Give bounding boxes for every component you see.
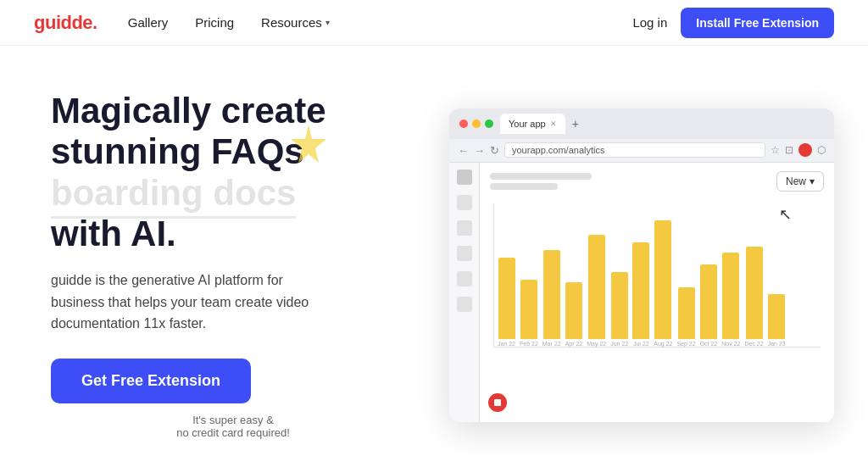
browser-nav: ← → ↻ yourapp.com/analytics ☆ ⊡ ⬡: [449, 139, 834, 163]
cta-section: Get Free Extension It's super easy & no …: [51, 359, 415, 439]
chart-bar-column: Nov 22: [721, 253, 740, 347]
record-stop-icon: [494, 399, 501, 406]
app-content: New ▾ ↖ Jan 22Feb 22Mar 22Apr 22May 22Ju…: [449, 163, 834, 422]
chart-bar: [520, 280, 537, 339]
highlight-wrapper: stunning FAQs: [51, 131, 304, 172]
maximize-button-icon[interactable]: [485, 120, 493, 128]
browser-tab[interactable]: Your app ✕: [500, 114, 565, 134]
chart-bar-column: Oct 22: [700, 264, 718, 347]
chart-bar-column: Jan 22: [498, 258, 515, 347]
minimize-button-icon[interactable]: [472, 120, 481, 128]
chart-bar: [700, 264, 717, 339]
refresh-icon[interactable]: ↻: [490, 144, 499, 157]
sidebar-settings-icon[interactable]: [457, 297, 472, 312]
get-free-extension-button[interactable]: Get Free Extension: [51, 359, 251, 403]
chart-bar-column: Sep 22: [676, 287, 695, 347]
chart-bar: [588, 235, 605, 339]
logo-text: guidde.: [34, 12, 97, 34]
sidebar-folder-icon[interactable]: [457, 220, 472, 236]
chart-bar-column: Dec 22: [744, 247, 763, 347]
nav-pricing[interactable]: Pricing: [195, 15, 234, 30]
chart-bar: [611, 272, 628, 339]
chart-bar-label: May 22: [587, 341, 606, 347]
address-bar[interactable]: yourapp.com/analytics: [504, 142, 765, 158]
install-extension-button[interactable]: Install Free Extension: [681, 8, 834, 38]
chart-bar: [543, 250, 560, 339]
content-area: New ▾ ↖ Jan 22Feb 22Mar 22Apr 22May 22Ju…: [480, 163, 834, 422]
main-content: Magically create stunning FAQs boarding …: [0, 46, 868, 467]
traffic-lights: [459, 120, 493, 128]
chart-bar-column: Aug 22: [654, 220, 672, 347]
close-button-icon[interactable]: [459, 120, 468, 128]
tab-bar: Your app ✕ +: [500, 114, 824, 134]
main-nav: Gallery Pricing Resources ▾: [128, 15, 330, 30]
placeholder-line-1: [490, 173, 592, 180]
bookmark-icon: ☆: [771, 144, 780, 156]
chart-bar: [678, 287, 695, 339]
chart-bar-label: Feb 22: [520, 341, 538, 347]
chart-bar-column: Jan 23: [768, 294, 786, 347]
user-avatar: [798, 143, 812, 157]
browser-mockup: Your app ✕ + ← → ↻ yourapp.com/analytics…: [449, 108, 834, 422]
chart-bar-label: Jan 22: [498, 341, 515, 347]
header: guidde. Gallery Pricing Resources ▾ Log …: [0, 0, 868, 46]
nav-gallery[interactable]: Gallery: [128, 15, 169, 30]
chart-bar-label: Jun 22: [610, 341, 628, 347]
chart-bars: Jan 22Feb 22Mar 22Apr 22May 22Jun 22Jul …: [493, 203, 821, 347]
chart-bar-column: Apr 22: [565, 282, 583, 347]
content-placeholder-lines: [490, 173, 592, 190]
chart-bar: [565, 282, 582, 339]
sidebar-list-icon[interactable]: [457, 246, 472, 261]
chevron-down-icon: ▾: [326, 18, 330, 27]
chevron-down-icon: ▾: [810, 175, 815, 187]
chart-bar-label: Jan 23: [768, 341, 786, 347]
chart-bar: [632, 242, 649, 339]
chart-bar-column: Feb 22: [520, 280, 538, 347]
extensions-icon: ⬡: [817, 144, 826, 156]
sidebar-cloud-icon[interactable]: [457, 271, 472, 286]
chart-bar-label: Apr 22: [565, 341, 583, 347]
chart-bar: [498, 258, 515, 339]
chart-bar-label: Dec 22: [744, 341, 763, 347]
sidebar-menu-icon[interactable]: [457, 195, 472, 210]
new-button[interactable]: New ▾: [776, 171, 824, 192]
tab-close-icon[interactable]: ✕: [550, 120, 557, 128]
chart-bar-column: Mar 22: [542, 250, 561, 347]
chart-bar-label: Nov 22: [721, 341, 740, 347]
chart-bar-label: Mar 22: [542, 341, 561, 347]
forward-arrow-icon[interactable]: →: [474, 144, 485, 157]
tab-label: Your app: [509, 119, 546, 129]
nav-resources[interactable]: Resources ▾: [261, 15, 330, 30]
browser-nav-icons: ☆ ⊡ ⬡: [771, 143, 826, 157]
login-button[interactable]: Log in: [632, 15, 667, 30]
chart-bar: [746, 247, 763, 339]
app-sidebar: [449, 163, 480, 422]
hero-title: Magically create stunning FAQs boarding …: [51, 91, 415, 254]
chart-bar-label: Aug 22: [654, 341, 672, 347]
header-left: guidde. Gallery Pricing Resources ▾: [34, 12, 330, 34]
chart-bar-label: Sep 22: [676, 341, 695, 347]
chart-bar-column: May 22: [587, 235, 606, 347]
new-tab-icon[interactable]: +: [569, 117, 582, 131]
chart-bar-label: Oct 22: [700, 341, 718, 347]
underline-decoration: [51, 216, 296, 219]
logo: guidde.: [34, 12, 97, 34]
chart-bar: [768, 294, 785, 339]
sidebar-home-icon[interactable]: [457, 170, 472, 185]
chart-bar-column: Jul 22: [632, 242, 649, 347]
chart-bar-label: Jul 22: [633, 341, 649, 347]
animated-text-wrapper: boarding docs: [51, 173, 296, 214]
back-arrow-icon[interactable]: ←: [458, 144, 469, 157]
chart-area: Jan 22Feb 22Mar 22Apr 22May 22Jun 22Jul …: [490, 198, 824, 368]
chart-bar: [654, 220, 671, 339]
hero-description: guidde is the generative AI platform for…: [51, 270, 322, 335]
record-button[interactable]: [488, 393, 507, 412]
browser-bar: Your app ✕ +: [449, 108, 834, 139]
cta-note: It's super easy & no credit card require…: [51, 414, 415, 439]
share-icon: ⊡: [785, 144, 793, 156]
chart-bar: [722, 253, 739, 339]
content-topbar: New ▾: [490, 171, 824, 192]
header-right: Log in Install Free Extension: [632, 8, 834, 38]
chart-bar-column: Jun 22: [610, 272, 628, 347]
hero-section: Magically create stunning FAQs boarding …: [51, 91, 415, 439]
